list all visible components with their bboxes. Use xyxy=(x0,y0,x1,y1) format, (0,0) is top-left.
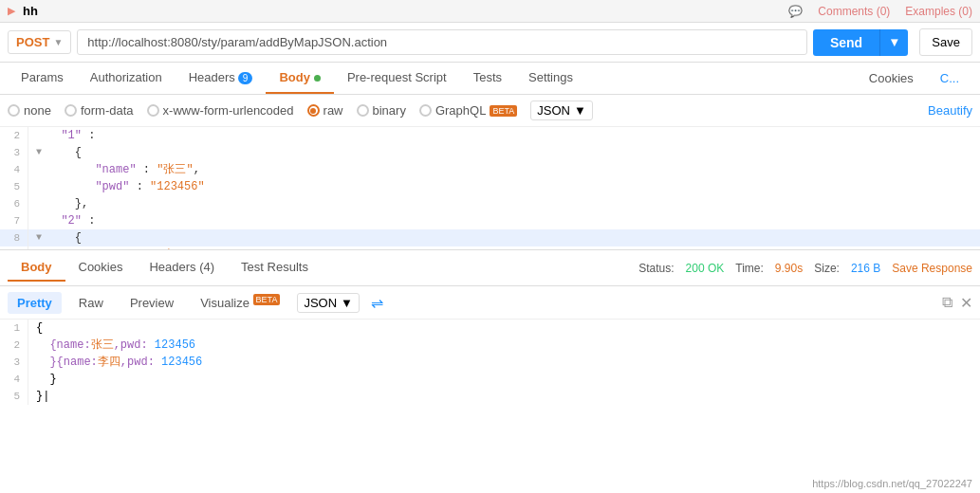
save-button[interactable]: Save xyxy=(919,28,972,56)
request-tabs-bar: Params Authorization Headers9 Body Pre-r… xyxy=(0,63,980,95)
resp-line-3: 3 }{name:李四,pwd: 123456 xyxy=(0,354,980,371)
method-select[interactable]: POST ▼ xyxy=(8,30,71,54)
radio-binary xyxy=(357,104,369,117)
app-title: hh xyxy=(23,4,38,18)
resp-line-5: 5 }| xyxy=(0,388,980,405)
tab-pre-request-script[interactable]: Pre-request Script xyxy=(334,63,460,94)
code-line-6: 6 }, xyxy=(0,195,980,212)
tab-cookies-more[interactable]: C... xyxy=(927,64,972,93)
copy-button[interactable]: ⧉ xyxy=(942,294,952,312)
code-line-8: 8 ▼ { xyxy=(0,229,980,246)
resp-line-1: 1 { xyxy=(0,320,980,337)
visualize-beta-badge: BETA xyxy=(253,294,281,305)
bottom-hint: https://blog.csdn.net/qq_27022247 xyxy=(812,478,972,489)
method-label: POST xyxy=(16,35,49,49)
response-format-bar: Pretty Raw Preview Visualize BETA JSON ▼… xyxy=(0,286,980,320)
radio-form-data xyxy=(65,104,77,117)
app-arrow-icon: ▶ xyxy=(8,5,15,17)
format-right: Beautify xyxy=(928,103,972,118)
method-dropdown-arrow: ▼ xyxy=(53,37,63,47)
resp-format-preview[interactable]: Preview xyxy=(120,292,183,314)
radio-graphql xyxy=(419,104,432,117)
send-dropdown-button[interactable]: ▼ xyxy=(879,29,908,56)
resp-json-dropdown-arrow: ▼ xyxy=(341,296,353,310)
code-line-7: 7 "2" : xyxy=(0,212,980,229)
request-body-editor[interactable]: 2 "1" : 3 ▼ { 4 "name" : "张三", 5 "pwd" :… xyxy=(0,127,980,250)
tab-cookies[interactable]: Cookies xyxy=(856,64,927,93)
resp-tab-body[interactable]: Body xyxy=(8,254,65,282)
tab-params[interactable]: Params xyxy=(8,63,77,94)
resp-line-2: 2 {name:张三,pwd: 123456 xyxy=(0,337,980,354)
clear-button[interactable]: ✕ xyxy=(960,294,972,312)
radio-raw xyxy=(307,104,320,117)
tab-headers[interactable]: Headers9 xyxy=(176,63,267,94)
graphql-beta-badge: BETA xyxy=(490,105,517,117)
format-urlencoded[interactable]: x-www-form-urlencoded xyxy=(147,103,294,118)
resp-tab-test-results[interactable]: Test Results xyxy=(228,254,322,282)
send-btn-group: Send ▼ xyxy=(813,29,908,56)
time-value: 9.90s xyxy=(775,262,803,275)
comments-icon: 💬 xyxy=(788,5,803,18)
send-button[interactable]: Send xyxy=(813,29,879,56)
format-graphql[interactable]: GraphQL BETA xyxy=(419,103,517,118)
size-value: 216 B xyxy=(851,262,880,275)
examples-link[interactable]: Examples (0) xyxy=(905,5,972,18)
comments-link[interactable]: Comments (0) xyxy=(818,5,890,18)
headers-badge: 9 xyxy=(238,72,253,84)
tab-body[interactable]: Body xyxy=(266,63,334,94)
resp-format-visualize[interactable]: Visualize BETA xyxy=(191,291,289,314)
code-line-4: 4 "name" : "张三", xyxy=(0,161,980,178)
url-bar: POST ▼ Send ▼ Save xyxy=(0,23,980,63)
tabs-right: Cookies C... xyxy=(856,64,972,93)
resp-json-select[interactable]: JSON ▼ xyxy=(297,293,360,313)
resp-format-right: ⧉ ✕ xyxy=(942,294,972,312)
resp-format-raw[interactable]: Raw xyxy=(69,292,113,314)
format-none[interactable]: none xyxy=(8,103,51,118)
tab-tests[interactable]: Tests xyxy=(460,63,515,94)
code-line-2: 2 "1" : xyxy=(0,127,980,144)
url-input[interactable] xyxy=(77,29,807,55)
save-response-button[interactable]: Save Response xyxy=(892,262,972,275)
code-line-5: 5 "pwd" : "123456" xyxy=(0,178,980,195)
resp-tab-cookies[interactable]: Cookies xyxy=(65,254,137,282)
body-active-dot xyxy=(314,75,321,82)
beautify-button[interactable]: Beautify xyxy=(928,103,972,118)
format-binary[interactable]: binary xyxy=(357,103,406,118)
resp-format-icon[interactable]: ⇌ xyxy=(371,294,383,312)
response-status: Status: 200 OK Time: 9.90s Size: 216 B S… xyxy=(638,262,972,275)
top-bar: ▶ hh 💬 Comments (0) Examples (0) xyxy=(0,0,980,23)
json-dropdown-arrow: ▼ xyxy=(574,103,586,118)
top-right-links: 💬 Comments (0) Examples (0) xyxy=(788,5,972,18)
body-format-bar: none form-data x-www-form-urlencoded raw… xyxy=(0,95,980,127)
resp-tab-headers[interactable]: Headers (4) xyxy=(136,254,228,282)
json-format-select[interactable]: JSON ▼ xyxy=(530,100,593,120)
radio-none xyxy=(8,104,20,117)
code-line-3: 3 ▼ { xyxy=(0,144,980,161)
tab-authorization[interactable]: Authorization xyxy=(77,63,176,94)
format-raw[interactable]: raw xyxy=(307,103,343,118)
tab-settings[interactable]: Settings xyxy=(515,63,586,94)
resp-line-4: 4 } xyxy=(0,371,980,388)
radio-urlencoded xyxy=(147,104,159,117)
format-form-data[interactable]: form-data xyxy=(65,103,134,118)
resp-format-pretty[interactable]: Pretty xyxy=(8,292,62,314)
response-section: Body Cookies Headers (4) Test Results St… xyxy=(0,250,980,405)
response-body-editor[interactable]: 1 { 2 {name:张三,pwd: 123456 3 }{name:李四,p… xyxy=(0,320,980,405)
status-value: 200 OK xyxy=(686,262,725,275)
response-tabs-bar: Body Cookies Headers (4) Test Results St… xyxy=(0,250,980,286)
